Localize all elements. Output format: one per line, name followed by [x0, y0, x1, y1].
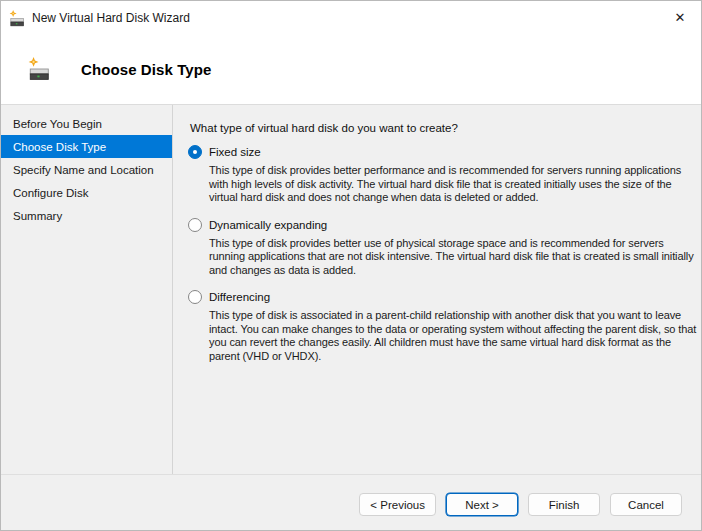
option-description: This type of disk provides better perfor…	[209, 164, 701, 205]
radio-dynamically-expanding[interactable]: Dynamically expanding	[188, 218, 701, 232]
sidebar-item-configure-disk[interactable]: Configure Disk	[1, 181, 172, 204]
page-title: Choose Disk Type	[81, 61, 212, 78]
radio-differencing[interactable]: Differencing	[188, 290, 701, 304]
wizard-window: New Virtual Hard Disk Wizard ✕ Choose Di…	[0, 0, 702, 531]
option-fixed-size: Fixed size This type of disk provides be…	[188, 145, 701, 205]
option-description: This type of disk is associated in a par…	[209, 309, 701, 363]
option-differencing: Differencing This type of disk is associ…	[188, 290, 701, 363]
radio-label: Fixed size	[209, 146, 261, 158]
sidebar-item-choose-disk-type[interactable]: Choose Disk Type	[1, 135, 172, 158]
wizard-body: Before You Begin Choose Disk Type Specif…	[1, 105, 701, 474]
wizard-header: Choose Disk Type	[1, 34, 701, 105]
option-dynamically-expanding: Dynamically expanding This type of disk …	[188, 218, 701, 278]
window-title: New Virtual Hard Disk Wizard	[32, 11, 190, 25]
cancel-button[interactable]: Cancel	[610, 493, 682, 516]
radio-label: Differencing	[209, 291, 270, 303]
radio-button-icon[interactable]	[188, 290, 202, 304]
button-bar: < Previous Next > Finish Cancel	[1, 474, 701, 531]
sidebar-item-summary[interactable]: Summary	[1, 204, 172, 227]
option-description: This type of disk provides better use of…	[209, 237, 701, 278]
previous-button[interactable]: < Previous	[359, 493, 436, 516]
finish-button[interactable]: Finish	[528, 493, 600, 516]
close-button[interactable]: ✕	[665, 5, 695, 31]
wizard-steps-sidebar: Before You Begin Choose Disk Type Specif…	[1, 105, 173, 474]
new-virtual-hard-disk-icon	[28, 57, 50, 81]
title-bar: New Virtual Hard Disk Wizard ✕	[1, 1, 701, 34]
radio-label: Dynamically expanding	[209, 219, 327, 231]
wizard-page-content: What type of virtual hard disk do you wa…	[173, 105, 702, 474]
sidebar-item-before-you-begin[interactable]: Before You Begin	[1, 112, 172, 135]
question-text: What type of virtual hard disk do you wa…	[190, 122, 701, 134]
new-virtual-hard-disk-icon	[9, 10, 25, 26]
radio-button-icon[interactable]	[188, 145, 202, 159]
radio-button-icon[interactable]	[188, 218, 202, 232]
next-button[interactable]: Next >	[446, 493, 518, 516]
sidebar-item-specify-name-and-location[interactable]: Specify Name and Location	[1, 158, 172, 181]
radio-fixed-size[interactable]: Fixed size	[188, 145, 701, 159]
close-icon: ✕	[675, 10, 686, 25]
